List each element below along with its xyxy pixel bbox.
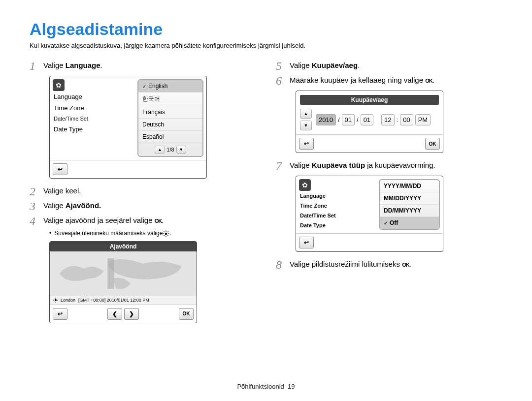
lang-option-french[interactable]: Français xyxy=(138,106,202,119)
ok-button[interactable]: OK xyxy=(179,308,194,320)
ok-icon: OK xyxy=(155,218,162,224)
step-number: 7 xyxy=(276,160,290,172)
svg-line-5 xyxy=(164,231,165,232)
month-field[interactable]: 01 xyxy=(342,114,355,125)
world-map[interactable] xyxy=(50,251,197,296)
menu-item-datetype[interactable]: Date Type xyxy=(299,220,379,230)
page-down-icon[interactable]: ▼ xyxy=(176,146,186,154)
lang-option-korean[interactable]: 한국어 xyxy=(138,93,202,106)
menu-item-datetype[interactable]: Date Type xyxy=(53,123,137,135)
ok-icon: OK xyxy=(425,78,432,84)
value-up-button[interactable]: ▲ xyxy=(300,109,312,119)
ok-icon: OK xyxy=(402,262,409,268)
datetype-mdy[interactable]: MM/DD/YYYY xyxy=(380,192,439,205)
datetime-title: Kuupäev/aeg xyxy=(300,95,439,105)
svg-line-8 xyxy=(167,231,168,232)
language-popup: English 한국어 Français Deutsch Español ▲ 1… xyxy=(137,79,203,157)
sun-icon xyxy=(163,230,169,237)
timezone-device: Ajavöönd London [GMT +00:00] 20 xyxy=(49,241,197,323)
step-4: 4 Valige ajavöönd ja seejärel valige OK. xyxy=(30,215,256,227)
gear-icon: ✿ xyxy=(53,79,65,91)
menu-item-language[interactable]: Language xyxy=(53,91,137,102)
step-number: 3 xyxy=(30,200,43,212)
datetime-device: Kuupäev/aeg ▲ ▼ 2010 / 01 / 01 12 : xyxy=(296,91,443,153)
step-number: 5 xyxy=(276,60,290,72)
step-number: 1 xyxy=(30,60,43,72)
pager: ▲ 1/8 ▼ xyxy=(138,143,202,156)
lang-option-english[interactable]: English xyxy=(138,80,202,93)
menu-item-datetime[interactable]: Date/Time Set xyxy=(53,114,137,123)
step-3: 3 Valige Ajavöönd. xyxy=(30,200,256,212)
year-field[interactable]: 2010 xyxy=(316,114,336,125)
timezone-title: Ajavöönd xyxy=(50,242,197,251)
svg-line-6 xyxy=(167,235,168,236)
settings-menu: Language Time Zone Date/Time Set Date Ty… xyxy=(299,191,379,230)
svg-point-0 xyxy=(165,232,167,235)
menu-item-timezone[interactable]: Time Zone xyxy=(53,102,137,114)
back-button[interactable]: ↩ xyxy=(299,237,314,248)
datetype-device: ✿ Language Time Zone Date/Time Set Date … xyxy=(296,176,443,252)
prev-button[interactable]: ❮ xyxy=(107,308,122,320)
step-2: 2 Valige keel. xyxy=(30,185,256,197)
page-title: Algseadistamine xyxy=(30,20,502,39)
ok-button[interactable]: OK xyxy=(425,138,440,150)
step-4-note: Suveajale ülemineku määramiseks valige . xyxy=(49,230,256,237)
svg-point-11 xyxy=(55,299,57,301)
page-footer: Põhifunktsioonid 19 xyxy=(0,383,532,390)
back-button[interactable]: ↩ xyxy=(299,138,314,150)
back-button[interactable]: ↩ xyxy=(53,163,67,175)
next-button[interactable]: ❯ xyxy=(124,308,139,320)
menu-item-language[interactable]: Language xyxy=(299,191,379,201)
timezone-info: London [GMT +00:00] 2010/01/01 12:00 PM xyxy=(50,296,197,305)
dst-icon[interactable] xyxy=(53,297,59,303)
step-number: 2 xyxy=(30,185,43,197)
settings-menu: Language Time Zone Date/Time Set Date Ty… xyxy=(53,91,137,135)
datetype-off[interactable]: Off xyxy=(380,217,439,229)
day-field[interactable]: 01 xyxy=(361,114,373,125)
value-down-button[interactable]: ▼ xyxy=(300,121,312,130)
step-7: 7 Valige Kuupäeva tüüp ja kuupäevavormin… xyxy=(276,160,502,172)
lang-option-german[interactable]: Deutsch xyxy=(138,119,202,131)
datetype-popup: YYYY/MM/DD MM/DD/YYYY DD/MM/YYYY Off xyxy=(379,179,440,230)
step-1: 1 Valige Language. xyxy=(30,60,256,72)
intro-text: Kui kuvatakse algseadistuskuva, järgige … xyxy=(30,42,502,49)
menu-item-timezone[interactable]: Time Zone xyxy=(299,201,379,211)
step-number: 6 xyxy=(276,75,290,87)
ampm-field[interactable]: PM xyxy=(415,114,431,125)
page-indicator: 1/8 xyxy=(166,147,174,153)
svg-line-7 xyxy=(164,235,165,236)
step-8: 8 Valige pildistusrežiimi lülitumiseks O… xyxy=(276,259,502,271)
menu-item-datetime[interactable]: Date/Time Set xyxy=(299,211,379,220)
lang-option-spanish[interactable]: Español xyxy=(138,131,202,143)
gear-icon: ✿ xyxy=(299,179,311,191)
step-6: 6 Määrake kuupäev ja kellaaeg ning valig… xyxy=(276,75,502,87)
step-5: 5 Valige Kuupäev/aeg. xyxy=(276,60,502,72)
datetime-fields: 2010 / 01 / 01 12 : 00 PM xyxy=(316,114,431,125)
datetype-ymd[interactable]: YYYY/MM/DD xyxy=(380,180,439,192)
language-device: ✿ Language Time Zone Date/Time Set Date … xyxy=(49,76,207,179)
page-up-icon[interactable]: ▲ xyxy=(155,146,165,154)
hour-field[interactable]: 12 xyxy=(381,114,394,125)
step-number: 8 xyxy=(276,259,290,271)
svg-rect-10 xyxy=(107,258,114,289)
back-button[interactable]: ↩ xyxy=(53,308,67,320)
datetype-dmy[interactable]: DD/MM/YYYY xyxy=(380,205,439,217)
minute-field[interactable]: 00 xyxy=(400,114,413,125)
step-number: 4 xyxy=(30,215,43,227)
